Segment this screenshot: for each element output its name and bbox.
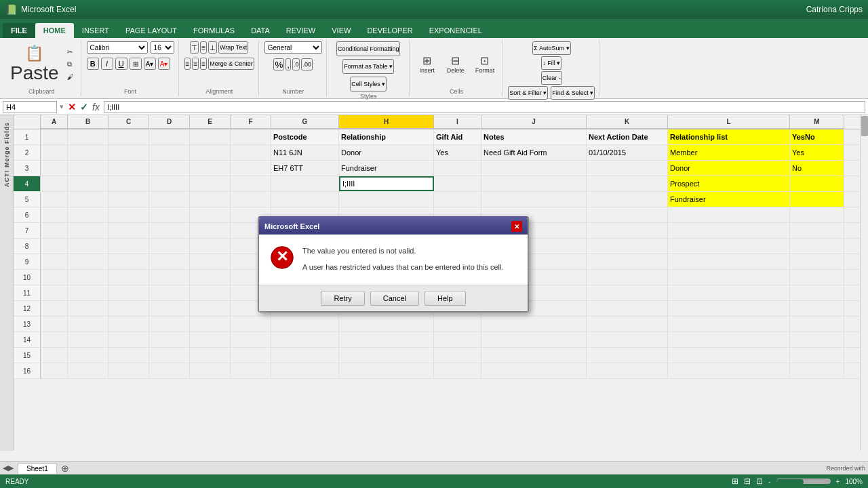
paste-button[interactable]: 📋 Paste [7, 43, 62, 86]
cell-I13[interactable] [434, 317, 481, 331]
cell-C12[interactable] [108, 301, 149, 316]
sheet-tab-sheet1[interactable]: Sheet1 [18, 463, 57, 474]
cell-J1[interactable]: Notes [481, 129, 587, 144]
cell-H13[interactable] [339, 317, 434, 331]
cell-L11[interactable] [668, 285, 790, 300]
cell-M11[interactable] [790, 285, 844, 300]
cell-A7[interactable] [41, 223, 68, 238]
tab-formulas[interactable]: FORMULAS [185, 23, 243, 38]
zoom-in-button[interactable]: + [836, 478, 840, 485]
cell-C3[interactable] [108, 161, 149, 176]
cell-M8[interactable] [790, 239, 844, 253]
format-as-table-button[interactable]: Format as Table ▾ [342, 59, 394, 74]
underline-button[interactable]: U [115, 58, 127, 70]
formula-input[interactable]: I;IIII [104, 101, 865, 113]
cell-L8[interactable] [668, 239, 790, 253]
cell-B12[interactable] [68, 301, 108, 316]
cell-H3[interactable]: Fundraiser [339, 161, 434, 176]
cell-A1[interactable] [41, 129, 68, 144]
cell-A10[interactable] [41, 270, 68, 285]
cell-I1[interactable]: Gift Aid [434, 129, 481, 144]
cell-K11[interactable] [587, 285, 668, 300]
cell-L14[interactable] [668, 332, 790, 347]
cell-M3[interactable]: No [790, 161, 844, 176]
cell-K16[interactable] [587, 363, 668, 378]
cell-B1[interactable] [68, 129, 108, 144]
col-header-H[interactable]: H [339, 115, 434, 129]
cell-L6[interactable] [668, 207, 790, 222]
cell-D2[interactable] [149, 145, 190, 160]
cell-I4[interactable] [434, 176, 481, 191]
cell-G3[interactable]: EH7 6TT [271, 161, 339, 176]
comma-button[interactable]: , [285, 58, 291, 70]
name-box[interactable]: H4 [3, 101, 57, 113]
cell-I16[interactable] [434, 363, 481, 378]
cell-H15[interactable] [339, 348, 434, 363]
cell-A16[interactable] [41, 363, 68, 378]
cell-K15[interactable] [587, 348, 668, 363]
cell-G5[interactable] [271, 192, 339, 207]
cell-F16[interactable] [231, 363, 271, 378]
col-header-L[interactable]: L [668, 115, 790, 129]
font-size-select[interactable]: 16 [151, 41, 174, 54]
retry-button[interactable]: Retry [321, 291, 364, 306]
cell-E16[interactable] [190, 363, 231, 378]
bold-button[interactable]: B [87, 58, 99, 70]
cell-J16[interactable] [481, 363, 587, 378]
cell-D7[interactable] [149, 223, 190, 238]
cell-A2[interactable] [41, 145, 68, 160]
conditional-formatting-button[interactable]: Conditional Formatting [336, 41, 401, 56]
italic-button[interactable]: I [101, 58, 113, 70]
row-num-3[interactable]: 3 [14, 161, 41, 176]
col-header-M[interactable]: M [790, 115, 844, 129]
zoom-out-button[interactable]: - [768, 478, 770, 485]
cell-B7[interactable] [68, 223, 108, 238]
cell-K14[interactable] [587, 332, 668, 347]
cell-E1[interactable] [190, 129, 231, 144]
col-header-G[interactable]: G [271, 115, 339, 129]
cell-E2[interactable] [190, 145, 231, 160]
cell-M9[interactable] [790, 254, 844, 269]
cell-G16[interactable] [271, 363, 339, 378]
cell-E6[interactable] [190, 207, 231, 222]
cell-M13[interactable] [790, 317, 844, 331]
cell-M15[interactable] [790, 348, 844, 363]
cell-D9[interactable] [149, 254, 190, 269]
cell-C5[interactable] [108, 192, 149, 207]
cell-A11[interactable] [41, 285, 68, 300]
cell-G13[interactable] [271, 317, 339, 331]
row-num-8[interactable]: 8 [14, 239, 41, 253]
cell-L3[interactable]: Donor [668, 161, 790, 176]
cell-B16[interactable] [68, 363, 108, 378]
wrap-text-button[interactable]: Wrap Text [218, 41, 248, 54]
col-header-C[interactable]: C [108, 115, 149, 129]
cell-C11[interactable] [108, 285, 149, 300]
cell-E7[interactable] [190, 223, 231, 238]
cell-J5[interactable] [481, 192, 587, 207]
cell-G14[interactable] [271, 332, 339, 347]
cell-J3[interactable] [481, 161, 587, 176]
col-header-I[interactable]: I [434, 115, 481, 129]
cell-D12[interactable] [149, 301, 190, 316]
scrollbar-thumb[interactable] [861, 116, 868, 136]
cell-D14[interactable] [149, 332, 190, 347]
cell-L16[interactable] [668, 363, 790, 378]
cell-D5[interactable] [149, 192, 190, 207]
cell-B10[interactable] [68, 270, 108, 285]
find-select-button[interactable]: Find & Select ▾ [551, 86, 595, 100]
page-break-view-icon[interactable]: ⊡ [756, 476, 763, 486]
cell-E4[interactable] [190, 176, 231, 191]
cell-A13[interactable] [41, 317, 68, 331]
cell-E15[interactable] [190, 348, 231, 363]
cell-A6[interactable] [41, 207, 68, 222]
cell-K7[interactable] [587, 223, 668, 238]
row-num-6[interactable]: 6 [14, 207, 41, 222]
cell-K8[interactable] [587, 239, 668, 253]
cell-K3[interactable] [587, 161, 668, 176]
cell-K13[interactable] [587, 317, 668, 331]
cell-B3[interactable] [68, 161, 108, 176]
cell-E3[interactable] [190, 161, 231, 176]
cell-C8[interactable] [108, 239, 149, 253]
cell-K4[interactable] [587, 176, 668, 191]
cell-B2[interactable] [68, 145, 108, 160]
